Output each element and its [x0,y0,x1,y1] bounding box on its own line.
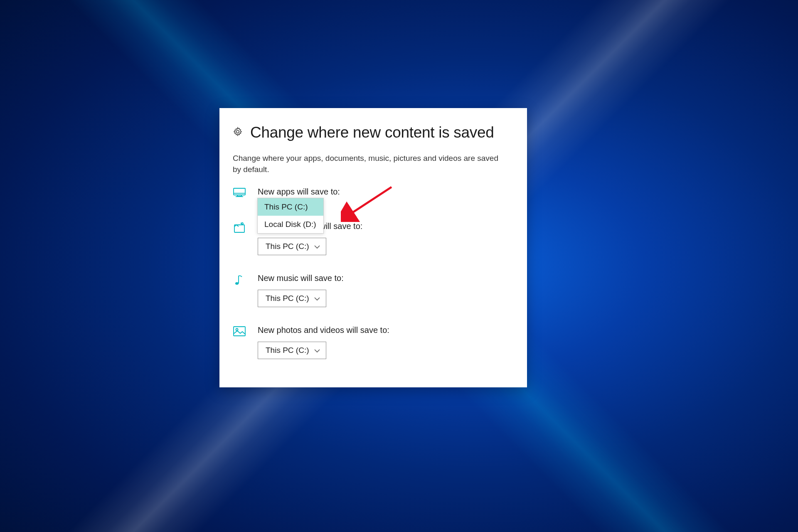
settings-list: New apps will save to: This PC (C:) Loca… [219,175,527,359]
music-dropdown[interactable]: This PC (C:) [258,290,326,307]
chevron-down-icon [314,294,320,303]
settings-window: Change where new content is saved Change… [219,108,527,387]
apps-icon [233,188,246,197]
setting-label-photos: New photos and videos will save to: [258,325,514,335]
music-dropdown-value: This PC (C:) [266,294,309,303]
setting-row-apps: New apps will save to: This PC (C:) Loca… [233,187,514,203]
page-title: Change where new content is saved [250,124,494,141]
documents-icon [233,222,246,233]
svg-point-0 [236,131,239,133]
svg-rect-6 [234,225,244,232]
gear-icon [233,127,243,138]
svg-point-11 [236,328,238,330]
music-icon [233,274,246,286]
dropdown-option-local-disk-d[interactable]: Local Disk (D:) [258,216,323,233]
setting-row-photos: New photos and videos will save to: This… [233,325,514,359]
photos-dropdown[interactable]: This PC (C:) [258,342,326,359]
chevron-down-icon [314,242,320,251]
dropdown-option-this-pc[interactable]: This PC (C:) [258,198,323,216]
photos-dropdown-value: This PC (C:) [266,346,309,355]
window-header: Change where new content is saved [219,108,527,141]
page-description: Change where your apps, documents, music… [219,141,527,175]
documents-dropdown[interactable]: This PC (C:) [258,238,326,255]
documents-dropdown-value: This PC (C:) [266,242,309,251]
setting-row-music: New music will save to: This PC (C:) [233,273,514,307]
chevron-down-icon [314,346,320,355]
svg-rect-10 [234,327,245,336]
setting-label-apps: New apps will save to: [258,187,514,197]
setting-label-music: New music will save to: [258,273,514,283]
photos-icon [233,326,246,336]
svg-point-9 [235,282,239,285]
svg-rect-3 [237,195,241,196]
apps-dropdown-list: This PC (C:) Local Disk (D:) [257,198,324,234]
svg-rect-1 [234,188,245,195]
